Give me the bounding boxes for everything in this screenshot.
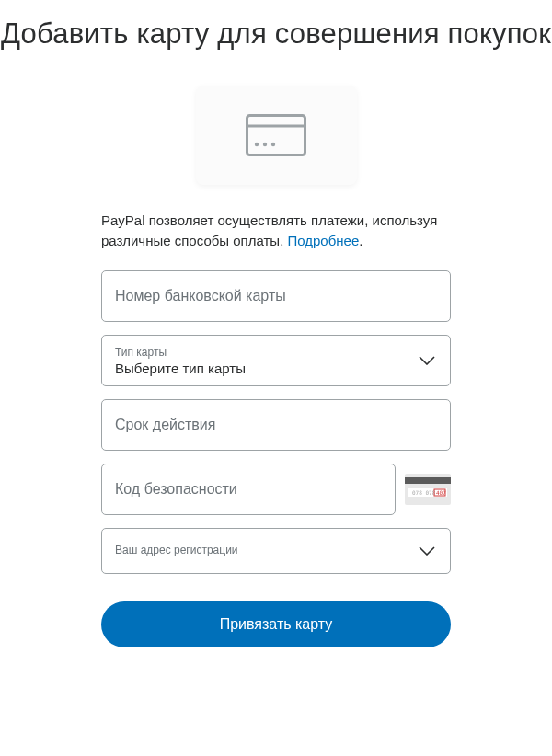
card-number-input[interactable]	[102, 271, 450, 321]
svg-point-2	[255, 143, 259, 146]
card-number-field[interactable]	[101, 270, 451, 322]
chevron-down-icon	[419, 352, 435, 369]
cvv-card-icon: 078 078 407	[405, 474, 451, 505]
form-content: PayPal позволяет осуществлять платежи, и…	[101, 211, 451, 648]
svg-text:407: 407	[436, 489, 446, 496]
chevron-down-icon	[419, 543, 435, 559]
intro-suffix: .	[359, 233, 362, 248]
intro-text-body: PayPal позволяет осуществлять платежи, и…	[101, 212, 437, 248]
svg-point-4	[271, 143, 275, 146]
svg-rect-6	[405, 477, 451, 484]
intro-text: PayPal позволяет осуществлять платежи, и…	[101, 211, 451, 251]
learn-more-link[interactable]: Подробнее	[287, 233, 359, 248]
link-card-button[interactable]: Привязать карту	[101, 601, 451, 647]
expiry-input[interactable]	[102, 400, 450, 450]
card-type-label: Тип карты	[115, 346, 437, 359]
card-type-select[interactable]: Тип карты Выберите тип карты	[101, 335, 451, 386]
security-code-field[interactable]	[101, 464, 396, 515]
page-title: Добавить карту для совершения покупок	[1, 17, 551, 52]
credit-card-icon	[246, 114, 306, 156]
svg-point-3	[263, 143, 267, 146]
svg-text:078 078: 078 078	[412, 489, 436, 496]
security-row: 078 078 407	[101, 464, 451, 515]
card-illustration	[196, 86, 357, 185]
billing-address-select[interactable]: Ваш адрес регистрации	[101, 528, 451, 574]
card-type-value: Выберите тип карты	[115, 361, 437, 376]
expiry-field[interactable]	[101, 399, 451, 451]
svg-rect-0	[247, 115, 305, 155]
billing-address-label: Ваш адрес регистрации	[115, 544, 437, 556]
security-code-input[interactable]	[102, 464, 395, 514]
